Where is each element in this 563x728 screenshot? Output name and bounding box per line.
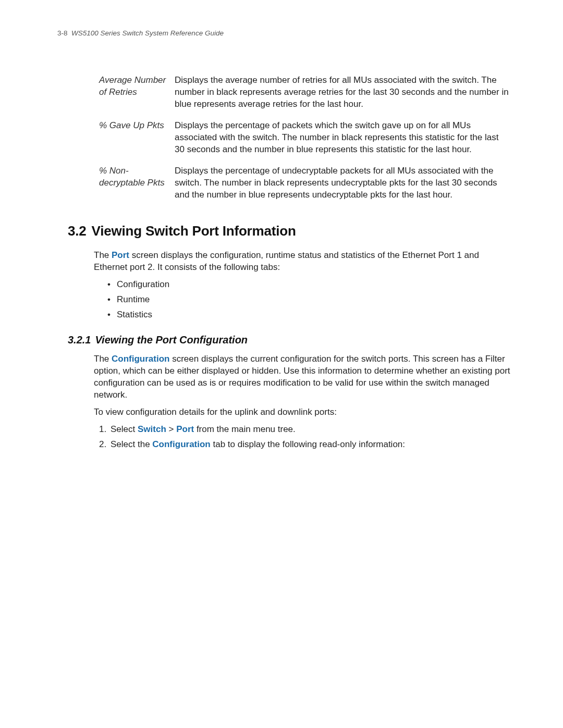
switch-link[interactable]: Switch — [138, 424, 166, 434]
subsection-heading: 3.2.1Viewing the Port Configuration — [68, 333, 511, 347]
section-heading: 3.2Viewing Switch Port Information — [68, 222, 511, 240]
list-item: Configuration — [107, 279, 511, 291]
text: The — [94, 354, 112, 364]
text: Select — [111, 424, 138, 434]
port-link[interactable]: Port — [112, 250, 129, 260]
text: Select the — [111, 439, 152, 449]
definition-table: Average Number of Retries Displays the a… — [99, 75, 511, 201]
text: tab to display the following read-only i… — [211, 439, 405, 449]
configuration-tab-link[interactable]: Configuration — [152, 439, 210, 449]
port-link[interactable]: Port — [176, 424, 194, 434]
definition-term: Average Number of Retries — [99, 75, 175, 98]
doc-title: WS5100 Series Switch System Reference Gu… — [71, 29, 224, 37]
section-intro: The Port screen displays the configurati… — [94, 250, 511, 274]
configuration-link[interactable]: Configuration — [112, 354, 169, 364]
page-number: 3-8 — [57, 29, 68, 37]
text: The — [94, 250, 112, 260]
text: from the main menu tree. — [194, 424, 296, 434]
definition-desc: Displays the average number of retries f… — [175, 75, 511, 110]
definition-row: % Gave Up Pkts Displays the percentage o… — [99, 120, 511, 156]
list-item: Runtime — [107, 294, 511, 306]
step-item: Select Switch > Port from the main menu … — [99, 424, 511, 436]
text: > — [166, 424, 176, 434]
text: screen displays the configuration, runti… — [94, 250, 479, 272]
tabs-list: Configuration Runtime Statistics — [107, 279, 511, 321]
subsection-para: To view configuration details for the up… — [94, 406, 511, 418]
definition-desc: Displays the percentage of packets which… — [175, 120, 511, 156]
list-item: Statistics — [107, 309, 511, 321]
subsection-number: 3.2.1 — [68, 334, 91, 346]
subsection-para: The Configuration screen displays the cu… — [94, 353, 511, 401]
definition-row: % Non-decryptable Pkts Displays the perc… — [99, 165, 511, 201]
document-page: 3-8 WS5100 Series Switch System Referenc… — [0, 0, 563, 451]
steps-list: Select Switch > Port from the main menu … — [99, 424, 511, 451]
definition-desc: Displays the percentage of undecryptable… — [175, 165, 511, 201]
running-header: 3-8 WS5100 Series Switch System Referenc… — [57, 29, 511, 38]
section-number: 3.2 — [68, 223, 87, 239]
section-title: Viewing Switch Port Information — [92, 223, 296, 239]
step-item: Select the Configuration tab to display … — [99, 439, 511, 451]
definition-term: % Gave Up Pkts — [99, 120, 175, 132]
definition-term: % Non-decryptable Pkts — [99, 165, 175, 189]
subsection-title: Viewing the Port Configuration — [95, 334, 248, 346]
definition-row: Average Number of Retries Displays the a… — [99, 75, 511, 110]
